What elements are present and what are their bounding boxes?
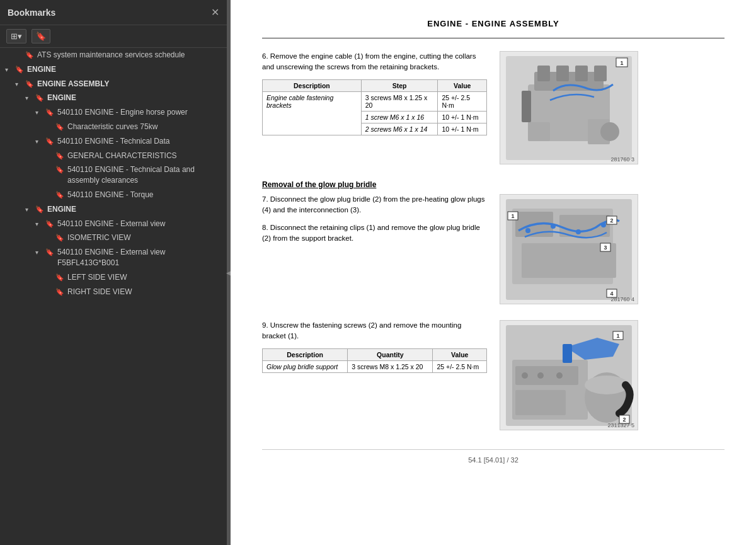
engine-svg-3: 1 2 <box>503 322 635 429</box>
svg-text:1: 1 <box>511 213 514 219</box>
table1-step1: 3 screws M8 x 1.25 x 20 <box>361 91 438 111</box>
svg-point-9 <box>600 122 619 141</box>
bookmark-tree: 🔖 ATS system maintenance services schedu… <box>0 48 227 545</box>
step9-row: 9. Unscrew the fastening screws (2) and … <box>262 320 724 430</box>
table1-body: Engine cable fastening brackets 3 screws… <box>263 91 487 135</box>
sidebar-item-540110-extf5[interactable]: ▾ 🔖 540110 ENGINE - External view F5BFL4… <box>0 245 227 270</box>
expand-icon: ▾ <box>35 137 43 146</box>
glow-plug-text-col: 7. Disconnect the glow plug bridle (2) f… <box>262 194 487 250</box>
svg-rect-6 <box>594 66 607 81</box>
sidebar-item-engine[interactable]: ▾ 🔖 ENGINE <box>0 62 227 77</box>
page-number: 54.1 [54.01] / 32 <box>468 456 518 464</box>
sidebar-header: Bookmarks ✕ <box>0 0 227 25</box>
step7-text: 7. Disconnect the glow plug bridle (2) f… <box>262 194 487 216</box>
table2-header-row: Description Quantity Value <box>263 348 487 360</box>
step8-text: 8. Disconnect the retaining clips (1) an… <box>262 222 487 244</box>
svg-text:1: 1 <box>620 60 623 66</box>
expand-icon: ▾ <box>35 220 43 229</box>
step9-text: 9. Unscrew the fastening screws (2) and … <box>262 320 487 342</box>
section-glow-plug: Removal of the glow plug bridle 7. Disco… <box>262 180 724 304</box>
glow-plug-img-col: 1 2 3 4 281760 4 <box>500 194 724 304</box>
right-view-label: RIGHT SIDE VIEW <box>67 287 222 297</box>
sidebar-item-540110-ext[interactable]: ▾ 🔖 540110 ENGINE - External view <box>0 217 227 231</box>
step7-desc: Disconnect the glow plug bridle (2) from… <box>262 195 485 214</box>
bookmark-icon: 🔖 <box>55 287 64 297</box>
table2: Description Quantity Value Glow plug bri… <box>262 348 487 373</box>
540110-extf5-label: 540110 ENGINE - External view F5BFL413G*… <box>57 247 222 268</box>
540110-torque-label: 540110 ENGINE - Torque <box>67 190 222 200</box>
step8-desc: Disconnect the retaining clips (1) and r… <box>262 224 480 242</box>
table1-header-row: Description Step Value <box>263 79 487 91</box>
engine-assembly-label: ENGINE ASSEMBLY <box>37 79 222 89</box>
svg-rect-7 <box>528 122 550 141</box>
page-title: ENGINE - ENGINE ASSEMBLY <box>262 19 724 28</box>
table2-col-qty: Quantity <box>348 348 433 360</box>
step9-number: 9. <box>262 321 268 329</box>
svg-point-38 <box>537 372 544 379</box>
step6-row: 6. Remove the engine cable (1) from the … <box>262 51 724 164</box>
sidebar-item-right-view[interactable]: 🔖 RIGHT SIDE VIEW <box>0 285 227 299</box>
close-button[interactable]: ✕ <box>211 6 219 18</box>
engine2-label: ENGINE <box>47 204 222 215</box>
engine-label: ENGINE <box>27 64 222 75</box>
expand-icon: ▾ <box>35 248 43 257</box>
bookmark-icon: 🔖 <box>55 165 64 175</box>
sidebar-item-engine2[interactable]: ▾ 🔖 ENGINE <box>0 202 227 217</box>
svg-point-18 <box>525 228 530 233</box>
table1-col-step: Step <box>361 79 438 91</box>
svg-point-39 <box>556 372 563 379</box>
svg-rect-10 <box>522 91 531 122</box>
540110-ext-label: 540110 ENGINE - External view <box>57 219 222 229</box>
bookmark-icon: 🔖 <box>55 122 64 132</box>
sidebar-item-540110-tech[interactable]: ▾ 🔖 540110 ENGINE - Technical Data <box>0 134 227 149</box>
section-step9: 9. Unscrew the fastening screws (2) and … <box>262 320 724 430</box>
540110-tech-label: 540110 ENGINE - Technical Data <box>57 136 222 147</box>
svg-rect-5 <box>575 66 588 81</box>
main-content: ENGINE - ENGINE ASSEMBLY 6. Remove the e… <box>231 0 756 545</box>
bookmark-icon: 🔖 <box>25 79 34 89</box>
svg-text:2: 2 <box>610 217 613 224</box>
step6-desc: Remove the engine cable (1) from the eng… <box>262 52 476 71</box>
sidebar-item-gen-char[interactable]: 🔖 GENERAL CHARACTERISTICS <box>0 149 227 163</box>
expand-icon: ▾ <box>15 80 23 89</box>
svg-point-20 <box>576 229 581 234</box>
table2-head: Description Quantity Value <box>263 348 487 360</box>
step6-text: 6. Remove the engine cable (1) from the … <box>262 51 487 73</box>
svg-rect-3 <box>537 66 550 81</box>
sidebar: Bookmarks ✕ ⊞▾ 🔖 🔖 ATS system maintenanc… <box>0 0 227 545</box>
step9-text-col: 9. Unscrew the fastening screws (2) and … <box>262 320 487 381</box>
iso-view-label: ISOMETRIC VIEW <box>67 232 222 243</box>
sidebar-item-540110-techdata[interactable]: 🔖 540110 ENGINE - Technical Data and ass… <box>0 163 227 188</box>
bookmark-icon: 🔖 <box>55 273 64 282</box>
sidebar-item-left-view[interactable]: 🔖 LEFT SIDE VIEW <box>0 270 227 285</box>
bookmark-icon: 🔖 <box>45 108 54 117</box>
table-row: Engine cable fastening brackets 3 screws… <box>263 91 487 111</box>
table-row: Glow plug bridle support 3 screws M8 x 1… <box>263 360 487 372</box>
bookmark-ats[interactable]: 🔖 ATS system maintenance services schedu… <box>0 48 227 62</box>
bookmark-ats-label: ATS system maintenance services schedule <box>37 50 222 60</box>
sidebar-item-engine-assembly[interactable]: ▾ 🔖 ENGINE ASSEMBLY <box>0 77 227 91</box>
table1-step2: 1 screw M6 x 1 x 16 <box>361 111 438 123</box>
svg-rect-34 <box>563 344 572 363</box>
sidebar-item-char-curves[interactable]: 🔖 Characteristic curves 75kw <box>0 120 227 134</box>
bookmark-icon: 🔖 <box>55 151 64 161</box>
table2-body: Glow plug bridle support 3 screws M8 x 1… <box>263 360 487 372</box>
svg-point-37 <box>522 372 528 379</box>
sidebar-item-engine-sub[interactable]: ▾ 🔖 ENGINE <box>0 91 227 105</box>
expand-icon: ▾ <box>35 108 43 117</box>
540110-horse-label: 540110 ENGINE - Engine horse power <box>57 107 222 118</box>
svg-text:3: 3 <box>604 244 607 251</box>
step6-img-col: 1 281760 3 <box>500 51 724 164</box>
table2-val: 25 +/- 2.5 N·m <box>433 360 487 372</box>
table1-col-desc: Description <box>263 79 362 91</box>
grid-view-button[interactable]: ⊞▾ <box>6 29 26 43</box>
bookmark-button[interactable]: 🔖 <box>32 29 50 43</box>
bookmark-icon: 🔖 <box>35 205 44 214</box>
img3-caption: 2311327 5 <box>607 422 634 428</box>
sidebar-item-540110-torque[interactable]: 🔖 540110 ENGINE - Torque <box>0 188 227 202</box>
sidebar-item-540110-horse[interactable]: ▾ 🔖 540110 ENGINE - Engine horse power <box>0 105 227 120</box>
gen-char-label: GENERAL CHARACTERISTICS <box>67 151 222 161</box>
step8-number: 8. <box>262 224 268 231</box>
svg-point-19 <box>551 224 556 229</box>
sidebar-item-iso-view[interactable]: 🔖 ISOMETRIC VIEW <box>0 231 227 245</box>
